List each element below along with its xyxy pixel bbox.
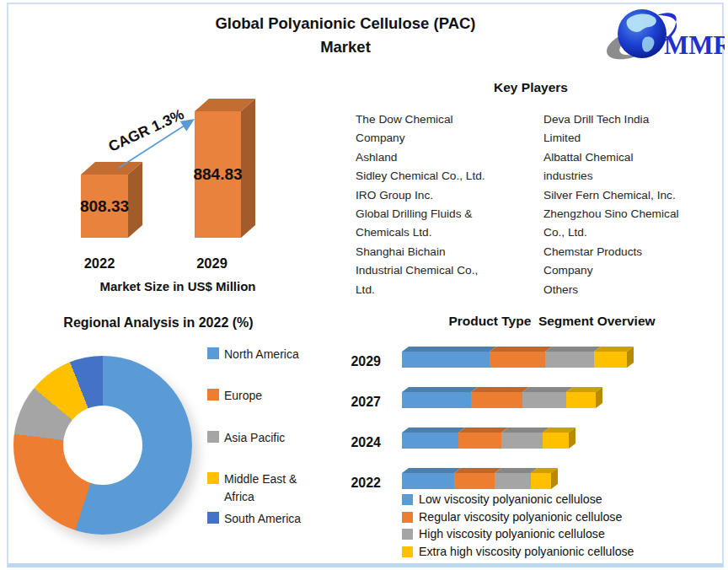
- bar-value-label: 884.83: [193, 165, 242, 183]
- bar-value-label: 808.33: [80, 197, 129, 215]
- stacked-bar-year-label: 2022: [349, 476, 381, 491]
- segment-top: [458, 428, 508, 433]
- legend-label: Asia Pacific: [224, 429, 285, 447]
- key-player: Others: [543, 281, 725, 299]
- legend-label: Extra high viscosity polyanionic cellulo…: [419, 544, 634, 561]
- product-type-legend: Low viscosity polyanionic celluloseRegul…: [402, 492, 634, 561]
- legend-swatch: [207, 389, 219, 401]
- key-player: The Dow Chemical Company: [356, 110, 528, 148]
- key-player: Silver Fern Chemical, Inc.: [543, 186, 725, 205]
- legend-label: South America: [224, 510, 301, 528]
- legend-swatch: [207, 431, 219, 443]
- stacked-bar: [402, 347, 655, 370]
- segment-top: [495, 468, 538, 473]
- infographic-page: Global Polyanionic Cellulose (PAC) Marke…: [0, 0, 728, 570]
- regional-donut-hole: [63, 406, 142, 485]
- segment-top: [522, 387, 573, 392]
- segment-front: [402, 433, 458, 449]
- segment-front: [402, 473, 454, 489]
- page-title-line2: Market: [194, 35, 497, 59]
- stacked-bar-year-label: 2024: [349, 435, 381, 450]
- key-players-heading: Key Players: [354, 80, 708, 95]
- legend-swatch: [402, 512, 413, 523]
- segment-front: [471, 392, 522, 408]
- segment-top: [402, 347, 496, 352]
- product-type-legend-item: High viscosity polyanionic cellulose: [402, 526, 634, 543]
- product-type-legend-item: Extra high viscosity polyanionic cellulo…: [402, 544, 634, 561]
- page-title-line1: Global Polyanionic Cellulose (PAC): [194, 12, 497, 35]
- segment-top: [490, 347, 552, 352]
- bar-year-label: 2022: [84, 255, 115, 271]
- market-size-caption: Market Size in US$ Million: [64, 279, 292, 293]
- key-player: Ashland: [356, 148, 528, 167]
- segment-front: [566, 392, 596, 408]
- regional-legend: North AmericaEuropeAsia PacificMiddle Ea…: [207, 341, 334, 543]
- page-title: Global Polyanionic Cellulose (PAC) Marke…: [194, 12, 497, 59]
- key-player: Global Drilling Fluids & Chemicals Ltd.: [356, 205, 528, 243]
- legend-label: High viscosity polyanionic cellulose: [419, 526, 605, 543]
- logo-text: MMR: [664, 30, 725, 60]
- key-player: Deva Drill Tech India Limited: [543, 110, 725, 148]
- product-type-legend-item: Low viscosity polyanionic cellulose: [402, 492, 634, 508]
- key-player: Sidley Chemical Co., Ltd.: [356, 167, 528, 186]
- segment-front: [495, 473, 531, 489]
- bar-side-face: [128, 162, 142, 238]
- regional-legend-item: North America: [207, 346, 299, 363]
- segment-front: [531, 473, 551, 489]
- bar-year-label: 2029: [196, 255, 228, 271]
- legend-swatch: [402, 546, 413, 557]
- segment-front: [543, 433, 569, 449]
- legend-label: Low viscosity polyanionic cellulose: [419, 492, 602, 508]
- regional-heading: Regional Analysis in 2022 (%): [32, 315, 285, 331]
- key-player: Shanghai Bichain Industrial Chemical Co.…: [356, 243, 528, 299]
- key-players-column-2: Deva Drill Tech India LimitedAlbattal Ch…: [543, 110, 725, 299]
- regional-legend-item: Middle East & Africa: [207, 471, 297, 506]
- legend-label: Regular viscosity polyanionic cellulose: [419, 509, 622, 526]
- stacked-bar-year-label: 2029: [349, 354, 381, 369]
- market-size-chart-svg: 808.332022884.832029CAGR 1.3%: [34, 93, 303, 287]
- regional-legend-item: South America: [207, 510, 301, 528]
- stacked-bar-year-label: 2027: [349, 395, 381, 410]
- segment-front: [490, 352, 545, 368]
- segment-top: [594, 347, 634, 352]
- key-player: Zhengzhou Sino Chemical Co., Ltd.: [543, 205, 725, 243]
- stacked-bar: [402, 387, 655, 411]
- segment-top: [471, 387, 529, 392]
- product-type-legend-item: Regular viscosity polyanionic cellulose: [402, 509, 634, 526]
- legend-swatch: [207, 347, 219, 359]
- legend-swatch: [402, 494, 413, 505]
- segment-front: [454, 473, 495, 489]
- bar-side-face: [241, 99, 255, 238]
- segment-top: [402, 468, 461, 473]
- legend-label: Europe: [224, 387, 262, 405]
- segment-top: [454, 468, 501, 473]
- key-player: Chemstar Products Company: [543, 243, 725, 281]
- segment-front: [594, 352, 627, 368]
- segment-top: [545, 347, 601, 352]
- legend-label: North America: [224, 346, 299, 363]
- legend-swatch: [402, 529, 413, 540]
- regional-legend-item: Europe: [207, 387, 262, 405]
- segment-front: [402, 392, 471, 408]
- stacked-bar: [402, 468, 655, 492]
- product-type-heading: Product Type Segment Overview: [399, 314, 704, 329]
- market-size-chart: 808.332022884.832029CAGR 1.3%: [34, 93, 303, 287]
- segment-front: [501, 433, 543, 449]
- key-player: IRO Group Inc.: [356, 186, 528, 205]
- legend-swatch: [207, 512, 219, 524]
- segment-front: [458, 433, 501, 449]
- legend-swatch: [207, 472, 219, 484]
- segment-top: [501, 428, 549, 433]
- regional-legend-item: Asia Pacific: [207, 429, 285, 447]
- stacked-bar: [402, 428, 655, 451]
- segment-top: [402, 387, 478, 392]
- key-player: Albattal Chemical industries: [543, 148, 725, 186]
- segment-top: [402, 428, 465, 433]
- legend-label: Middle East & Africa: [224, 471, 297, 506]
- mmr-logo: MMR: [598, 3, 725, 71]
- segment-front: [545, 352, 594, 368]
- segment-front: [402, 352, 490, 368]
- key-players-column-1: The Dow Chemical CompanyAshlandSidley Ch…: [356, 110, 528, 299]
- segment-front: [522, 392, 566, 408]
- cagr-label: CAGR 1.3%: [106, 105, 187, 155]
